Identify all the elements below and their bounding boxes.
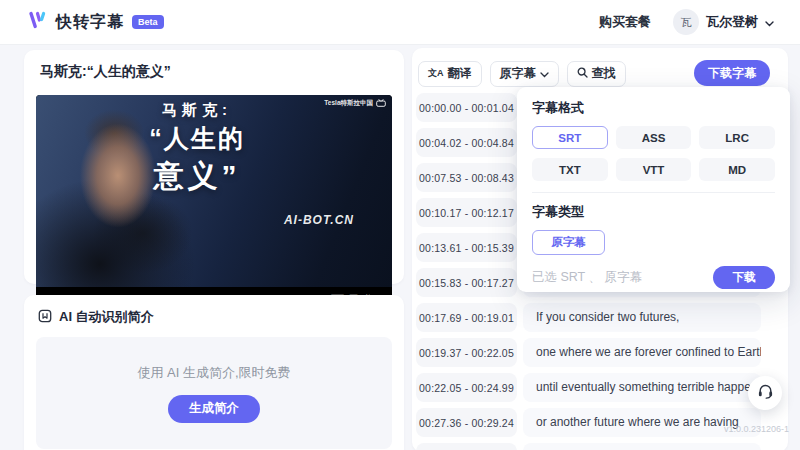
subtitle-timestamp[interactable]: 00:15.83 - 00:17.27 bbox=[416, 268, 517, 297]
video-player[interactable]: Tesla特斯拉中国 马斯克: “人生的 意义” AI-BOT.CN ▶ 0:0… bbox=[36, 95, 392, 322]
channel-watermark: Tesla特斯拉中国 bbox=[324, 99, 386, 108]
generate-summary-button[interactable]: 生成简介 bbox=[168, 395, 260, 423]
subtitle-type-dropdown[interactable]: 原字幕 bbox=[490, 61, 559, 87]
video-title: 马斯克:“人生的意义” bbox=[24, 50, 404, 90]
avatar[interactable]: 瓦 bbox=[673, 9, 699, 35]
selection-summary: 已选 SRT 、 原字幕 bbox=[532, 269, 642, 286]
beta-badge: Beta bbox=[132, 15, 164, 29]
download-popover: 字幕格式 SRTASSLRCTXTVTTMD 字幕类型 原字幕 已选 SRT 、… bbox=[517, 87, 790, 292]
bookmark-icon bbox=[38, 309, 52, 326]
popover-divider bbox=[532, 192, 775, 193]
subtitle-timestamp[interactable]: 00:13.61 - 00:15.39 bbox=[416, 233, 517, 262]
format-option-lrc[interactable]: LRC bbox=[699, 126, 775, 149]
type-option[interactable]: 原字幕 bbox=[532, 230, 605, 255]
subtitle-timestamp[interactable]: 00:17.69 - 00:19.01 bbox=[416, 303, 517, 332]
brand: 快转字幕 Beta bbox=[26, 9, 164, 35]
app-header: 快转字幕 Beta 购买套餐 瓦 瓦尔登树 bbox=[0, 0, 800, 45]
subtitle-timestamp[interactable]: 00:10.17 - 00:12.17 bbox=[416, 198, 517, 227]
subtitle-timestamp[interactable]: 00:27.36 - 00:29.24 bbox=[416, 408, 517, 437]
bilibili-icon bbox=[376, 99, 386, 108]
translate-icon: 文A bbox=[428, 67, 444, 80]
subtitle-text[interactable]: until eventually something terrible happ… bbox=[523, 373, 761, 402]
subtitle-text[interactable]: one where we are forever confined to Ear… bbox=[523, 338, 761, 367]
subtitle-row: 00:19.37 - 00:22.05 one where we are for… bbox=[416, 338, 784, 367]
subtitle-row: 00:17.69 - 00:19.01 If you consider two … bbox=[416, 303, 784, 332]
format-option-vtt[interactable]: VTT bbox=[616, 158, 692, 181]
buy-plan-link[interactable]: 购买套餐 bbox=[599, 13, 651, 31]
subtitle-timestamp[interactable]: 00:29.24 - 00:30.71 bbox=[416, 443, 517, 450]
subtitle-row: 00:29.24 - 00:30.71 long-term sustainabl… bbox=[416, 443, 784, 450]
chevron-down-icon bbox=[540, 67, 549, 81]
format-section-title: 字幕格式 bbox=[532, 99, 775, 117]
format-option-txt[interactable]: TXT bbox=[532, 158, 608, 181]
translate-button[interactable]: 文A 翻译 bbox=[418, 61, 482, 87]
type-section-title: 字幕类型 bbox=[532, 203, 775, 221]
format-option-ass[interactable]: ASS bbox=[616, 126, 692, 149]
format-option-srt[interactable]: SRT bbox=[532, 126, 608, 149]
chevron-down-icon bbox=[765, 13, 774, 31]
headset-icon bbox=[757, 383, 774, 403]
video-headline: 马斯克: “人生的 意义” bbox=[132, 101, 262, 197]
subtitle-timestamp[interactable]: 00:04.02 - 00:04.84 bbox=[416, 128, 517, 157]
subtitle-timestamp[interactable]: 00:07.53 - 00:08.43 bbox=[416, 163, 517, 192]
format-option-md[interactable]: MD bbox=[699, 158, 775, 181]
subtitle-timestamp[interactable]: 00:19.37 - 00:22.05 bbox=[416, 338, 517, 367]
ai-summary-card: AI 自动识别简介 使用 AI 生成简介,限时免费 生成简介 bbox=[24, 295, 404, 450]
ai-hint-text: 使用 AI 生成简介,限时免费 bbox=[137, 364, 290, 382]
subtitle-text[interactable]: long-term sustainable transport bbox=[523, 443, 761, 450]
subtitle-timestamp[interactable]: 00:22.05 - 00:24.99 bbox=[416, 373, 517, 402]
user-menu[interactable]: 瓦 瓦尔登树 bbox=[673, 9, 774, 35]
support-headset-button[interactable] bbox=[748, 376, 782, 410]
search-icon bbox=[577, 67, 588, 81]
find-button[interactable]: 查找 bbox=[567, 61, 626, 87]
username: 瓦尔登树 bbox=[706, 13, 758, 31]
subtitle-row: 00:22.05 - 00:24.99 until eventually som… bbox=[416, 373, 784, 402]
ai-card-title: AI 自动识别简介 bbox=[59, 308, 154, 326]
site-watermark: AI-BOT.CN bbox=[284, 213, 354, 227]
subtitle-toolbar: 文A 翻译 原字幕 查找 下载字幕 bbox=[412, 60, 788, 87]
subtitle-text[interactable]: If you consider two futures, bbox=[523, 303, 761, 332]
version-label: v1.0.0.231206-1 bbox=[724, 424, 789, 434]
type-options: 原字幕 bbox=[532, 230, 775, 255]
format-options: SRTASSLRCTXTVTTMD bbox=[532, 126, 775, 181]
video-card: 马斯克:“人生的意义” Tesla特斯拉中国 马斯克: “人生的 意义” AI-… bbox=[24, 50, 404, 284]
confirm-download-button[interactable]: 下载 bbox=[713, 266, 775, 289]
app-logo-icon bbox=[26, 9, 48, 35]
download-subtitle-button[interactable]: 下载字幕 bbox=[694, 60, 770, 86]
subtitle-timestamp[interactable]: 00:00.00 - 00:01.04 bbox=[416, 93, 517, 122]
ai-summary-box: 使用 AI 生成简介,限时免费 生成简介 bbox=[36, 337, 392, 449]
app-title: 快转字幕 bbox=[56, 12, 124, 33]
